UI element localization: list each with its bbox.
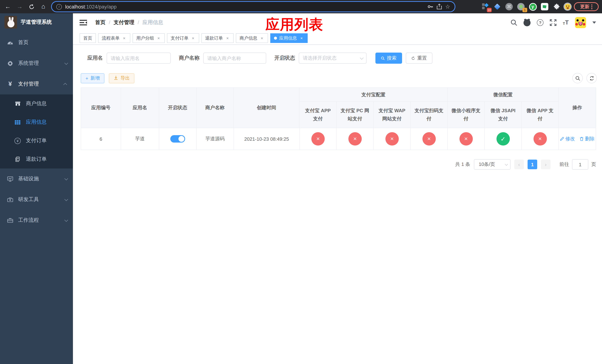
browser-reload-icon[interactable] <box>27 0 36 13</box>
github-icon[interactable] <box>524 19 531 26</box>
refresh-button[interactable] <box>586 73 597 83</box>
show-search-button[interactable] <box>572 73 583 83</box>
share-icon[interactable] <box>436 4 442 10</box>
tab-refund-order[interactable]: 退款订单× <box>201 33 234 43</box>
close-icon[interactable]: × <box>156 36 161 41</box>
plus-icon: + <box>86 76 88 81</box>
briefcase-icon <box>7 217 13 224</box>
app-name-label: 应用名 <box>87 55 103 62</box>
breadcrumb-home[interactable]: 首页 <box>95 19 106 26</box>
sidebar-item-app-info[interactable]: 应用信息 <box>0 113 73 131</box>
sidebar-item-payment[interactable]: ¥ 支付管理 <box>0 74 73 95</box>
cell-merchant: 芋道源码 <box>197 128 234 150</box>
help-icon[interactable]: ? <box>537 19 544 26</box>
yen-circle-icon: ¥ <box>14 138 21 144</box>
user-avatar[interactable] <box>575 17 586 28</box>
page-size-select[interactable]: 10条/页 <box>474 159 511 170</box>
yen-icon: ¥ <box>7 81 13 87</box>
group-wechat: 微信配置 微信小程序支付 微信 JSAPI 支付 微信 APP 支付 <box>448 88 559 128</box>
tag-view-tabs: 首页 流程表单× 用户分组× 支付订单× 退款订单× 商户信息× 应用信息× <box>73 32 602 45</box>
reset-button[interactable]: 重置 <box>406 53 432 64</box>
tab-merchant-info[interactable]: 商户信息× <box>236 33 268 43</box>
bookmark-star-icon[interactable]: ☆ <box>445 3 450 10</box>
status-label: 开启状态 <box>274 55 295 62</box>
address-bar[interactable]: i localhost:1024/pay/app ☆ <box>51 1 455 12</box>
page-1-button[interactable]: 1 <box>527 160 537 169</box>
sidebar-item-pay-orders[interactable]: ¥ 支付订单 <box>0 131 73 150</box>
check-circle-icon: ✓ <box>496 132 510 146</box>
top-navbar: 首页 / 支付管理 / 应用信息 应用列表 ? TT <box>73 13 602 32</box>
status-select[interactable]: 请选择开启状态 <box>299 53 366 64</box>
user-menu-caret-icon[interactable] <box>592 21 596 24</box>
tab-user-group[interactable]: 用户分组× <box>133 33 165 43</box>
app-logo-row[interactable]: 芋道管理系统 <box>0 13 73 31</box>
chevron-down-icon <box>64 197 68 201</box>
channel-disabled-cell: × <box>300 128 337 150</box>
password-key-icon[interactable] <box>427 4 433 10</box>
tab-home[interactable]: 首页 <box>80 33 96 43</box>
chevron-down-icon <box>505 162 508 166</box>
cell-app-name: 芋道 <box>121 128 159 150</box>
browser-update-button[interactable]: 更新 <box>574 2 599 11</box>
edit-button[interactable]: 修改 <box>560 136 575 142</box>
tab-app-info[interactable]: 应用信息× <box>270 33 308 43</box>
export-button[interactable]: 导出 <box>109 73 135 83</box>
channel-disabled-cell: × <box>522 128 559 150</box>
extensions-puzzle-icon[interactable] <box>552 3 560 11</box>
browser-back-icon[interactable]: ← <box>3 0 13 13</box>
sidebar-item-system[interactable]: 系统管理 <box>0 53 73 74</box>
col-created: 创建时间 <box>234 88 300 128</box>
extension-profile-icon[interactable]: 1 <box>517 3 525 11</box>
prev-page-button[interactable]: ‹ <box>514 160 524 169</box>
total-count: 共 1 条 <box>455 161 470 168</box>
sidebar-item-workflow[interactable]: 工作流程 <box>0 210 73 231</box>
pagination: 共 1 条 10条/页 ‹ 1 › 前往 页 <box>81 159 596 170</box>
page-annotation: 应用列表 <box>266 15 323 34</box>
col-app-id: 应用编号 <box>81 88 121 128</box>
sidebar-item-merchant-info[interactable]: 商户信息 <box>0 95 73 113</box>
tab-pay-order[interactable]: 支付订单× <box>167 33 199 43</box>
sidebar-item-infrastructure[interactable]: 基础设施 <box>0 169 73 189</box>
browser-home-icon[interactable]: ⌂ <box>39 0 48 13</box>
sidebar-collapse-icon[interactable] <box>80 20 87 27</box>
col-app-name: 应用名 <box>121 88 159 128</box>
tab-process-form[interactable]: 流程表单× <box>98 33 130 43</box>
sidebar: 芋道管理系统 首页 系统管理 ¥ 支付管理 <box>0 13 73 364</box>
extension-grid-icon[interactable]: 10 <box>481 3 489 11</box>
site-info-icon[interactable]: i <box>56 4 62 10</box>
merchant-name-input[interactable] <box>203 53 266 64</box>
chevron-down-icon <box>64 218 68 222</box>
browser-avatar[interactable] <box>563 3 572 11</box>
extension-yuque-icon[interactable]: y <box>529 3 537 11</box>
app-table: 应用编号 应用名 开启状态 商户名称 创建时间 支付宝配置 支付宝 APP 支付… <box>81 87 596 150</box>
fullscreen-icon[interactable] <box>550 19 557 26</box>
search-button[interactable]: 搜索 <box>376 53 402 64</box>
browser-menu-icon[interactable] <box>591 4 592 9</box>
app-name-input[interactable] <box>107 53 171 64</box>
close-icon[interactable]: × <box>225 36 230 41</box>
breadcrumb-current: 应用信息 <box>142 19 163 26</box>
breadcrumb-payment[interactable]: 支付管理 <box>114 19 134 26</box>
goto-page-input[interactable] <box>572 159 588 170</box>
add-button[interactable]: + 新增 <box>81 73 105 83</box>
next-page-button[interactable]: › <box>541 160 550 169</box>
close-icon[interactable]: × <box>299 36 304 41</box>
font-size-icon[interactable]: TT <box>563 20 569 26</box>
close-icon[interactable]: × <box>191 36 195 41</box>
enabled-toggle[interactable] <box>170 135 185 143</box>
search-icon[interactable] <box>511 19 517 26</box>
close-icon[interactable]: × <box>259 36 264 41</box>
delete-button[interactable]: 删除 <box>580 136 595 142</box>
channel-disabled-cell: × <box>374 128 411 150</box>
sidebar-item-dev-tools[interactable]: 研发工具 <box>0 189 73 210</box>
sidebar-item-home[interactable]: 首页 <box>0 32 73 53</box>
shop-icon <box>14 101 21 107</box>
extension-command-icon[interactable]: ⌘ <box>505 3 513 11</box>
extension-diamond-icon[interactable] <box>493 3 501 11</box>
close-icon[interactable]: × <box>122 36 127 41</box>
cross-circle-icon: × <box>422 132 436 146</box>
cross-circle-icon: × <box>459 132 473 146</box>
extension-flag-icon[interactable] <box>540 3 549 11</box>
browser-forward-icon[interactable]: → <box>15 0 24 13</box>
sidebar-item-refund-orders[interactable]: 退款订单 <box>0 150 73 169</box>
